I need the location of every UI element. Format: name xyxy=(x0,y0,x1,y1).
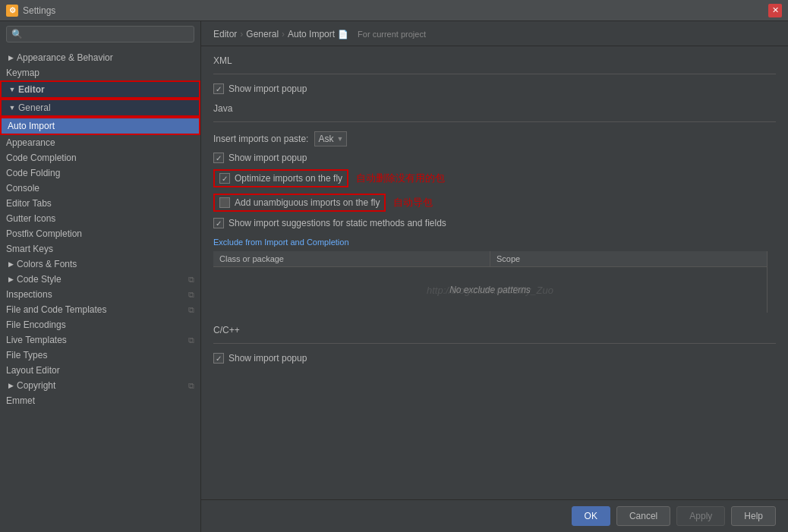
xml-show-popup-checkbox[interactable] xyxy=(213,83,224,94)
sidebar-label: Smart Keys xyxy=(6,244,53,254)
java-section-label: Java xyxy=(213,103,776,114)
copy-icon: ⧉ xyxy=(188,275,194,285)
sidebar-item-appearance[interactable]: Appearance xyxy=(0,135,200,150)
sidebar-label: Console xyxy=(6,183,39,194)
optimize-imports-checkbox[interactable] xyxy=(219,173,230,184)
optimize-annotation: 自动删除没有用的包 xyxy=(356,172,445,185)
static-suggestions-row: Show import suggestions for static metho… xyxy=(213,218,776,228)
cpp-show-popup-label: Show import popup xyxy=(229,353,307,364)
cancel-button[interactable]: Cancel xyxy=(616,506,670,526)
exclude-body[interactable]: http://blog.csdn.net/Billy_Zuo No exclud… xyxy=(213,267,767,313)
insert-imports-dropdown[interactable]: Ask ▼ xyxy=(314,131,347,146)
sidebar-label: Code Completion xyxy=(6,153,77,163)
sidebar-item-colors-fonts[interactable]: ▶ Colors & Fonts xyxy=(0,257,200,272)
sidebar-item-copyright[interactable]: ▶ Copyright ⧉ xyxy=(0,378,200,393)
sidebar-item-postfix-completion[interactable]: Postfix Completion xyxy=(0,226,200,241)
sidebar: 🔍 ▶ Appearance & Behavior Keymap ▼ Edito… xyxy=(0,21,201,532)
cpp-show-popup-checkbox[interactable] xyxy=(213,353,224,364)
sidebar-label: File and Code Templates xyxy=(6,304,107,315)
window-title: Settings xyxy=(23,5,768,16)
breadcrumb-sep2: › xyxy=(282,29,285,39)
sidebar-item-console[interactable]: Console xyxy=(0,181,200,196)
optimize-imports-label: Optimize imports on the fly xyxy=(235,173,342,184)
app-icon: ⚙ xyxy=(6,5,18,17)
java-show-popup-wrapper[interactable]: Show import popup xyxy=(213,153,307,163)
search-box[interactable]: 🔍 xyxy=(6,26,194,42)
unambiguous-imports-checkbox[interactable] xyxy=(219,197,230,208)
sidebar-item-appearance-behavior[interactable]: ▶ Appearance & Behavior xyxy=(0,50,200,65)
ok-button[interactable]: OK xyxy=(572,506,610,526)
arrow-icon: ▶ xyxy=(6,260,15,269)
insert-imports-row: Insert imports on paste: Ask ▼ xyxy=(213,131,776,146)
apply-button[interactable]: Apply xyxy=(676,506,725,526)
sidebar-item-file-code-templates[interactable]: File and Code Templates ⧉ xyxy=(0,302,200,317)
sidebar-label: Inspections xyxy=(6,289,52,300)
arrow-icon: ▼ xyxy=(8,103,17,112)
xml-section-label: XML xyxy=(213,55,776,66)
cpp-show-popup-row: Show import popup xyxy=(213,353,776,364)
sidebar-item-editor-tabs[interactable]: Editor Tabs xyxy=(0,196,200,211)
sidebar-label: General xyxy=(18,102,51,113)
sidebar-item-inspections[interactable]: Inspections ⧉ xyxy=(0,287,200,302)
sidebar-item-emmet[interactable]: Emmet xyxy=(0,393,200,408)
xml-show-popup-checkbox-wrapper[interactable]: Show import popup xyxy=(213,83,307,94)
arrow-icon: ▶ xyxy=(6,381,15,390)
sidebar-label: File Types xyxy=(6,350,47,360)
sidebar-item-file-types[interactable]: File Types xyxy=(0,348,200,363)
sidebar-label: Copyright xyxy=(17,380,55,391)
optimize-imports-row: Optimize imports on the fly 自动删除没有用的包 xyxy=(213,169,776,187)
copy-icon: ⧉ xyxy=(188,381,194,391)
static-suggestions-wrapper[interactable]: Show import suggestions for static metho… xyxy=(213,218,446,228)
breadcrumb-part3: Auto Import xyxy=(288,29,335,39)
sidebar-label: Appearance xyxy=(6,137,55,148)
sidebar-item-editor[interactable]: ▼ Editor xyxy=(0,80,200,99)
exclude-table-header: Class or package Scope xyxy=(213,251,767,267)
java-show-popup-label: Show import popup xyxy=(229,153,307,163)
sidebar-item-layout-editor[interactable]: Layout Editor xyxy=(0,363,200,378)
xml-show-popup-label: Show import popup xyxy=(229,83,307,94)
sidebar-item-file-encodings[interactable]: File Encodings xyxy=(0,317,200,332)
sidebar-label: Colors & Fonts xyxy=(17,259,77,269)
arrow-icon: ▶ xyxy=(6,275,15,284)
static-suggestions-label: Show import suggestions for static metho… xyxy=(229,218,446,228)
sidebar-item-code-completion[interactable]: Code Completion xyxy=(0,150,200,165)
unambiguous-annotation: 自动导包 xyxy=(393,196,433,209)
breadcrumb: Editor › General › Auto Import 📄 For cur… xyxy=(201,21,788,46)
sidebar-item-keymap[interactable]: Keymap xyxy=(0,65,200,80)
sidebar-item-general[interactable]: ▼ General xyxy=(0,99,200,117)
breadcrumb-part1: Editor xyxy=(213,29,237,39)
sidebar-label: Keymap xyxy=(6,68,39,78)
exclude-col-scope: Scope xyxy=(490,251,767,266)
search-icon: 🔍 xyxy=(11,29,23,39)
sidebar-item-auto-import[interactable]: Auto Import xyxy=(0,117,200,135)
cpp-show-popup-wrapper[interactable]: Show import popup xyxy=(213,353,307,364)
insert-imports-label: Insert imports on paste: xyxy=(213,134,308,144)
sidebar-label: Postfix Completion xyxy=(6,228,82,239)
dropdown-value: Ask xyxy=(318,134,333,144)
sidebar-label: Code Folding xyxy=(6,168,60,178)
arrow-icon: ▶ xyxy=(6,53,15,62)
sidebar-label: Appearance & Behavior xyxy=(17,52,113,63)
static-suggestions-checkbox[interactable] xyxy=(213,218,224,228)
sidebar-label: File Encodings xyxy=(6,320,66,330)
sidebar-label: Gutter Icons xyxy=(6,213,55,224)
copy-icon: ⧉ xyxy=(188,290,194,300)
sidebar-label: Auto Import xyxy=(8,121,55,131)
close-button[interactable]: ✕ xyxy=(768,4,782,17)
sidebar-label: Editor xyxy=(18,84,45,95)
copy-icon: ⧉ xyxy=(188,335,194,345)
sidebar-item-gutter-icons[interactable]: Gutter Icons xyxy=(0,211,200,226)
breadcrumb-part2: General xyxy=(246,29,279,39)
search-input[interactable] xyxy=(26,29,189,39)
help-button[interactable]: Help xyxy=(731,506,776,526)
no-patterns-label: No exclude patterns xyxy=(449,285,531,295)
breadcrumb-icon: 📄 xyxy=(338,30,348,39)
sidebar-item-code-style[interactable]: ▶ Code Style ⧉ xyxy=(0,272,200,287)
content-area: Editor › General › Auto Import 📄 For cur… xyxy=(201,21,788,532)
sidebar-item-code-folding[interactable]: Code Folding xyxy=(0,165,200,181)
sidebar-item-smart-keys[interactable]: Smart Keys xyxy=(0,241,200,257)
java-show-popup-checkbox[interactable] xyxy=(213,153,224,163)
copy-icon: ⧉ xyxy=(188,305,194,315)
sidebar-item-live-templates[interactable]: Live Templates ⧉ xyxy=(0,332,200,348)
table-scrollbar[interactable] xyxy=(767,251,776,313)
